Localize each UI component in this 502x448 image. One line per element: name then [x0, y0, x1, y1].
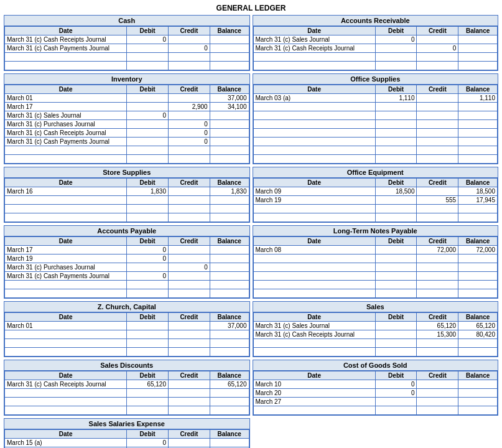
debit-cell	[375, 322, 417, 330]
credit-cell	[168, 289, 210, 298]
ledger-grid: Cash Date Debit Credit Balance March 31 …	[4, 15, 498, 448]
credit-cell	[168, 155, 210, 164]
page-title: GENERAL LEDGER	[4, 4, 498, 12]
credit-cell	[417, 111, 458, 120]
os-header-balance: Balance	[458, 85, 498, 94]
credit-cell: 2,900	[168, 103, 210, 111]
table-row	[5, 62, 249, 70]
date-cell: March 31 (c) Cash Payments Journal	[5, 44, 127, 53]
credit-cell	[168, 213, 210, 222]
debit-cell	[127, 213, 169, 222]
ar-table: Date Debit Credit Balance March 31 (c) S…	[253, 26, 498, 70]
credit-cell	[168, 205, 210, 213]
table-row	[253, 254, 498, 263]
balance-cell: 80,420	[458, 330, 498, 339]
cap-header-credit: Credit	[168, 313, 210, 322]
date-cell: March 27	[253, 398, 375, 406]
debit-cell	[127, 62, 169, 70]
sales-salaries-section: Sales Salaries Expense Date Debit Credit…	[4, 418, 250, 448]
table-row: March 1955517,945	[253, 196, 498, 205]
credit-cell: 0	[168, 120, 210, 129]
balance-cell	[458, 380, 498, 389]
date-cell: March 17	[5, 246, 127, 254]
balance-cell	[458, 35, 498, 44]
date-cell: March 16	[5, 187, 127, 196]
balance-cell: 1,830	[210, 187, 249, 196]
table-row	[253, 129, 498, 138]
table-row	[253, 111, 498, 120]
cogs-header-balance: Balance	[458, 371, 498, 380]
credit-cell	[168, 398, 210, 406]
date-cell	[253, 138, 375, 146]
sales-section: Sales Date Debit Credit Balance March 31…	[253, 301, 499, 357]
debit-cell: 18,500	[375, 187, 417, 196]
accounts-receivable-section: Accounts Receivable Date Debit Credit Ba…	[253, 15, 499, 71]
debit-cell	[127, 129, 169, 138]
date-cell	[5, 398, 127, 406]
balance-cell	[458, 254, 498, 263]
store-supplies-section: Store Supplies Date Debit Credit Balance…	[4, 167, 250, 223]
debit-cell: 0	[127, 254, 169, 263]
credit-cell	[168, 196, 210, 205]
table-row: March 15 (a)0	[5, 439, 249, 447]
oe-header-date: Date	[253, 179, 375, 187]
debit-cell: 0	[127, 272, 169, 281]
ar-header-credit: Credit	[417, 27, 458, 35]
debit-cell	[127, 138, 169, 146]
table-row	[253, 146, 498, 155]
table-row	[253, 62, 498, 70]
credit-cell	[417, 348, 458, 357]
sales-table: Date Debit Credit Balance March 31 (c) S…	[253, 312, 498, 357]
ar-header-date: Date	[253, 27, 375, 35]
inventory-title: Inventory	[4, 74, 249, 85]
debit-cell: 0	[127, 439, 169, 447]
credit-cell	[168, 322, 210, 330]
debit-cell	[127, 146, 169, 155]
cogs-header-credit: Credit	[417, 371, 458, 380]
table-row: March 31 (c) Cash Receipts Journal0	[253, 44, 498, 53]
date-cell: March 03 (a)	[253, 94, 375, 103]
table-row	[5, 281, 249, 289]
balance-cell	[210, 53, 249, 62]
table-row: March 31 (c) Cash Receipts Journal65,120…	[5, 380, 249, 389]
cash-table: Date Debit Credit Balance March 31 (c) C…	[4, 26, 249, 70]
balance-cell	[458, 281, 498, 289]
sd-table: Date Debit Credit Balance March 31 (c) C…	[4, 371, 249, 415]
balance-cell	[210, 129, 249, 138]
cogs-header-date: Date	[253, 371, 375, 380]
credit-cell	[417, 146, 458, 155]
credit-cell	[168, 281, 210, 289]
date-cell	[253, 120, 375, 129]
table-row: March 31 (c) Cash Receipts Journal15,300…	[253, 330, 498, 339]
inventory-section: Inventory Date Debit Credit Balance Marc…	[4, 73, 250, 164]
date-cell: March 31 (c) Cash Receipts Journal	[253, 330, 375, 339]
balance-cell	[458, 138, 498, 146]
date-cell	[5, 330, 127, 339]
oe-header-balance: Balance	[458, 179, 498, 187]
longterm-notes-section: Long-Term Notes Payable Date Debit Credi…	[253, 225, 499, 299]
date-cell: March 01	[5, 322, 127, 330]
date-cell: March 31 (c) Sales Journal	[253, 322, 375, 330]
credit-cell	[168, 330, 210, 339]
os-header-credit: Credit	[417, 85, 458, 94]
debit-cell	[127, 94, 169, 103]
debit-cell	[375, 155, 417, 164]
date-cell	[5, 155, 127, 164]
office-equipment-section: Office Equipment Date Debit Credit Balan…	[253, 167, 499, 223]
debit-cell	[127, 103, 169, 111]
debit-cell	[375, 281, 417, 289]
date-cell	[5, 196, 127, 205]
debit-cell	[375, 398, 417, 406]
date-cell	[253, 289, 375, 298]
debit-cell	[375, 62, 417, 70]
table-row: March 0137,000	[5, 94, 249, 103]
ar-header-debit: Debit	[375, 27, 417, 35]
sse-header-debit: Debit	[127, 430, 169, 439]
date-cell: March 08	[253, 246, 375, 254]
balance-cell	[210, 120, 249, 129]
balance-cell	[210, 289, 249, 298]
sse-header-credit: Credit	[168, 430, 210, 439]
table-row	[5, 146, 249, 155]
date-cell	[5, 389, 127, 398]
table-row	[253, 272, 498, 281]
